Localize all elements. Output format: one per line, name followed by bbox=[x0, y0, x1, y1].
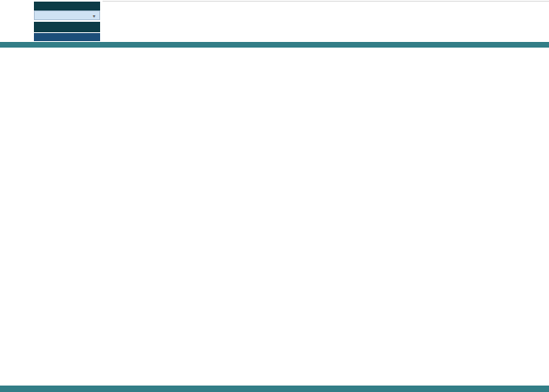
netprofit-vs-expense-chart bbox=[212, 237, 549, 384]
date-header bbox=[34, 22, 100, 32]
year-dropdown[interactable]: ▾ bbox=[34, 10, 100, 20]
teal-footer-band bbox=[0, 386, 549, 392]
stock-purchase-label bbox=[34, 33, 100, 41]
sales-categories-pie bbox=[0, 266, 212, 387]
dashboard: ▾ bbox=[0, 0, 549, 392]
dropdown-arrow-icon: ▾ bbox=[93, 13, 95, 19]
year-selector-label bbox=[34, 2, 100, 10]
profit-overview-chart bbox=[0, 47, 549, 221]
sheet-gridline bbox=[103, 1, 549, 2]
